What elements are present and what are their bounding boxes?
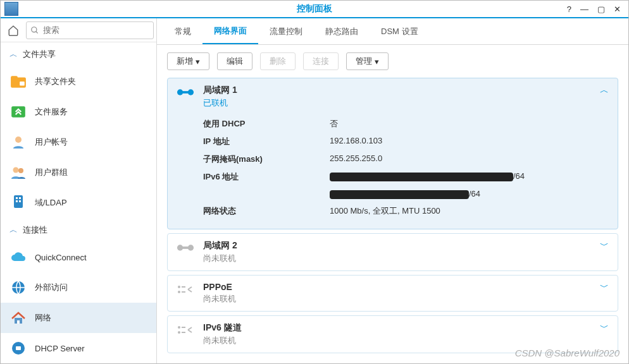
- svg-rect-24: [180, 246, 191, 249]
- interface-name: 局域网 2: [203, 240, 237, 252]
- dhcp-icon: [9, 339, 27, 357]
- app-icon: [4, 2, 18, 16]
- chevron-down-icon: ﹀: [600, 240, 609, 252]
- svg-point-7: [13, 167, 19, 173]
- tab-general[interactable]: 常规: [163, 18, 202, 44]
- sidebar-item-external-access[interactable]: 外部访问: [1, 272, 156, 303]
- caret-down-icon: ▾: [196, 57, 200, 66]
- caret-down-icon: ▾: [375, 57, 379, 66]
- group-icon: [9, 164, 27, 181]
- chevron-down-icon: ﹀: [600, 282, 609, 293]
- sidebar-item-network[interactable]: 网络: [1, 303, 156, 333]
- svg-point-28: [178, 331, 180, 334]
- cloud-icon: [9, 248, 27, 266]
- svg-point-8: [18, 168, 23, 173]
- svg-rect-12: [16, 200, 18, 202]
- search-box[interactable]: [26, 21, 154, 39]
- search-icon: [30, 26, 39, 35]
- edit-button[interactable]: 编辑: [217, 52, 252, 70]
- interface-name: PPPoE: [203, 282, 236, 292]
- svg-point-0: [32, 27, 37, 32]
- tab-static-route[interactable]: 静态路由: [314, 18, 370, 44]
- sidebar-item-shared-folder[interactable]: 共享文件夹: [1, 66, 156, 97]
- close-icon[interactable]: ✕: [614, 4, 621, 14]
- svg-rect-16: [17, 320, 20, 324]
- main-panel: 常规 网络界面 流量控制 静态路由 DSM 设置 新增▾ 编辑 删除 连接 管理…: [157, 18, 628, 363]
- interface-status: 尚未联机: [203, 335, 242, 346]
- redacted-text: [330, 190, 469, 199]
- manage-button[interactable]: 管理▾: [346, 52, 389, 70]
- interface-name: 局域网 1: [203, 85, 237, 96]
- tab-dsm[interactable]: DSM 设置: [370, 18, 430, 44]
- sidebar-item-domain[interactable]: 域/LDAP: [1, 188, 156, 218]
- section-connectivity[interactable]: ︿ 连接性: [1, 218, 156, 242]
- sidebar-item-dhcp[interactable]: DHCP Server: [1, 333, 156, 363]
- sidebar: ︿ 文件共享 共享文件夹 文件服务 用户帐号 用户群组 域/LDAP: [1, 18, 157, 363]
- user-icon: [9, 133, 27, 151]
- home-icon: [8, 25, 19, 36]
- home-button[interactable]: [7, 21, 20, 39]
- titlebar: 控制面板 ? — ▢ ✕: [1, 1, 628, 18]
- minimize-icon[interactable]: —: [580, 4, 589, 14]
- interface-name: IPv6 隧道: [203, 322, 242, 334]
- pppoe-icon: [177, 283, 194, 296]
- toolbar: 新增▾ 编辑 删除 连接 管理▾: [157, 45, 628, 78]
- chevron-up-icon: ︿: [600, 85, 609, 96]
- interface-ipv6-tunnel[interactable]: IPv6 隧道 尚未联机 ﹀: [167, 315, 618, 353]
- tunnel-icon: [177, 324, 194, 336]
- svg-rect-11: [19, 197, 21, 199]
- interface-status: 已联机: [203, 97, 237, 109]
- svg-rect-4: [20, 82, 25, 86]
- lan-connected-icon: [177, 86, 194, 99]
- tab-interface[interactable]: 网络界面: [202, 18, 258, 44]
- connect-button: 连接: [303, 52, 339, 70]
- interface-details: 使用 DHCP否 IP 地址192.168.0.103 子网掩码(mask)25…: [168, 115, 618, 229]
- interface-status: 尚未联机: [203, 293, 236, 305]
- svg-rect-9: [14, 195, 23, 208]
- globe-icon: [9, 279, 27, 296]
- interface-status: 尚未联机: [203, 253, 237, 264]
- help-icon[interactable]: ?: [567, 4, 571, 14]
- folder-icon: [9, 73, 27, 90]
- maximize-icon[interactable]: ▢: [597, 4, 605, 14]
- svg-rect-18: [16, 346, 21, 350]
- window-title: 控制面板: [297, 3, 332, 15]
- interface-lan1[interactable]: 局域网 1 已联机 ︿ 使用 DHCP否 IP 地址192.168.0.103 …: [167, 78, 618, 229]
- svg-point-26: [178, 291, 180, 293]
- chevron-up-icon: ︿: [9, 224, 18, 236]
- domain-icon: [9, 194, 27, 212]
- network-icon: [9, 309, 27, 327]
- chevron-down-icon: ﹀: [600, 322, 609, 334]
- sidebar-item-group[interactable]: 用户群组: [1, 157, 156, 188]
- svg-rect-3: [11, 76, 18, 79]
- sidebar-item-file-services[interactable]: 文件服务: [1, 97, 156, 127]
- lan-disconnected-icon: [177, 241, 194, 254]
- add-button[interactable]: 新增▾: [167, 52, 209, 70]
- interface-lan2[interactable]: 局域网 2 尚未联机 ﹀: [167, 233, 618, 271]
- tab-traffic[interactable]: 流量控制: [258, 18, 314, 44]
- svg-point-27: [178, 326, 180, 329]
- chevron-up-icon: ︿: [9, 49, 18, 60]
- interface-pppoe[interactable]: PPPoE 尚未联机 ﹀: [167, 275, 618, 312]
- sidebar-item-quickconnect[interactable]: QuickConnect: [1, 242, 156, 272]
- svg-rect-13: [19, 200, 21, 202]
- tabs: 常规 网络界面 流量控制 静态路由 DSM 设置: [157, 18, 628, 45]
- redacted-text: [330, 173, 513, 181]
- svg-rect-21: [180, 91, 191, 94]
- section-file-share[interactable]: ︿ 文件共享: [1, 42, 156, 66]
- file-services-icon: [9, 103, 27, 121]
- svg-rect-10: [16, 197, 18, 199]
- svg-point-6: [15, 136, 22, 143]
- svg-line-1: [36, 31, 38, 33]
- sidebar-item-user[interactable]: 用户帐号: [1, 127, 156, 157]
- svg-point-25: [178, 286, 180, 288]
- search-input[interactable]: [43, 25, 149, 35]
- delete-button: 删除: [260, 52, 296, 70]
